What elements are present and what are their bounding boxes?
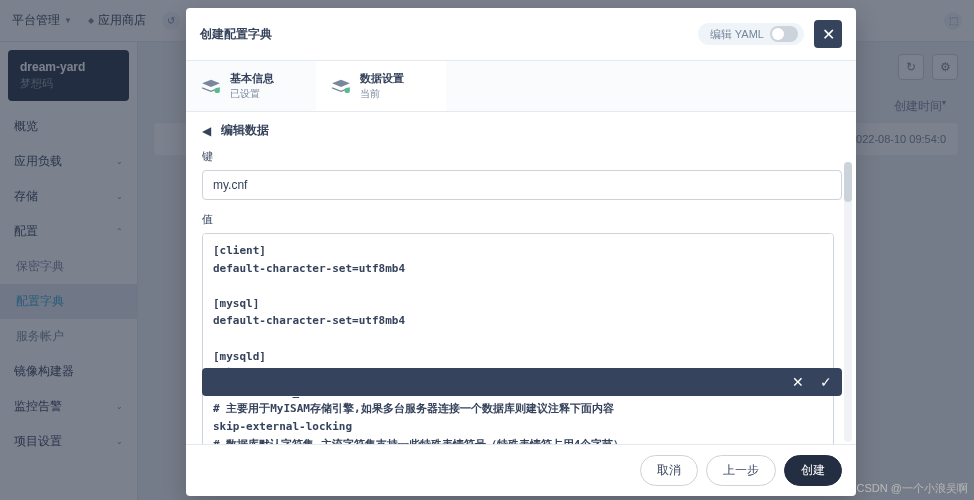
cancel-button[interactable]: 取消 xyxy=(640,455,698,486)
step-basic-info[interactable]: 基本信息已设置 xyxy=(186,61,316,111)
create-configmap-modal: 创建配置字典 编辑 YAML ✕ 基本信息已设置 数据设置当前 ◀ 编辑数据 键… xyxy=(186,8,856,496)
key-input[interactable] xyxy=(202,170,842,200)
prev-button[interactable]: 上一步 xyxy=(706,455,776,486)
modal-body: ◀ 编辑数据 键 值 ✕ ✓ xyxy=(186,112,856,444)
create-button[interactable]: 创建 xyxy=(784,455,842,486)
action-bar: ✕ ✓ xyxy=(202,368,842,396)
svg-point-1 xyxy=(345,88,350,93)
layers-icon xyxy=(330,78,352,94)
value-label: 值 xyxy=(202,212,840,227)
cancel-x-icon[interactable]: ✕ xyxy=(792,374,804,390)
value-textarea[interactable] xyxy=(202,233,834,444)
close-button[interactable]: ✕ xyxy=(814,20,842,48)
modal-header: 创建配置字典 编辑 YAML ✕ xyxy=(186,8,856,61)
step-data-settings[interactable]: 数据设置当前 xyxy=(316,61,446,111)
scrollbar[interactable] xyxy=(844,162,852,442)
toggle-switch[interactable] xyxy=(770,26,798,42)
section-title: 编辑数据 xyxy=(221,122,269,139)
modal-title: 创建配置字典 xyxy=(200,26,272,43)
step-tabs: 基本信息已设置 数据设置当前 xyxy=(186,61,856,112)
svg-point-0 xyxy=(215,88,220,93)
modal-footer: 取消 上一步 创建 xyxy=(186,444,856,496)
back-arrow-icon[interactable]: ◀ xyxy=(202,124,211,138)
watermark: CSDN @一个小浪吴啊 xyxy=(857,481,968,496)
yaml-toggle[interactable]: 编辑 YAML xyxy=(698,23,804,45)
layers-icon xyxy=(200,78,222,94)
confirm-check-icon[interactable]: ✓ xyxy=(820,374,832,390)
key-label: 键 xyxy=(202,149,840,164)
